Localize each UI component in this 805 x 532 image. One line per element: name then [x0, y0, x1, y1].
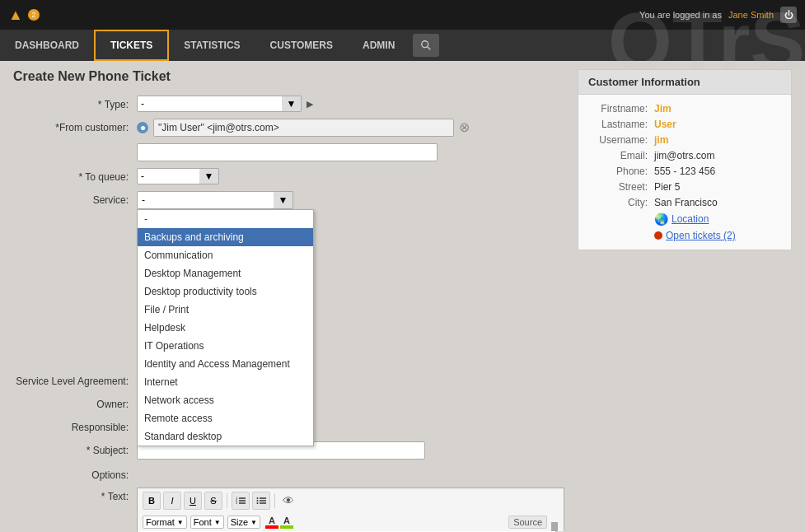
radio-inner — [141, 126, 145, 130]
location-link[interactable]: Location — [672, 213, 709, 225]
page-content: Create New Phone Ticket * Type: - ▼ ▶ *F… — [0, 61, 805, 532]
service-option-identity[interactable]: Identity and Access Management — [138, 355, 313, 373]
from-customer-row: *From customer: ⊗ — [13, 119, 564, 137]
text-label: * Text: — [13, 488, 137, 502]
service-option-file-print[interactable]: File / Print — [138, 301, 313, 319]
open-tickets-dot — [654, 231, 662, 240]
customer-info-header: Customer Information — [578, 70, 791, 95]
nav-admin[interactable]: ADMIN — [348, 30, 410, 61]
nav-tickets[interactable]: TICKETS — [94, 30, 169, 61]
font-arrow-icon: ▼ — [214, 519, 221, 526]
service-option-remote[interactable]: Remote access — [138, 409, 313, 427]
to-queue-select[interactable]: - — [137, 168, 219, 184]
open-tickets-link[interactable]: Open tickets (2) — [666, 230, 736, 241]
from-customer-input[interactable] — [137, 143, 438, 161]
customer-search-input[interactable] — [153, 119, 454, 137]
underline-button[interactable]: U — [184, 492, 202, 510]
source-button-wrapper: Source — [508, 516, 547, 529]
to-queue-label: * To queue: — [13, 168, 137, 183]
phone-label: Phone: — [588, 166, 654, 177]
subject-label: * Subject: — [13, 441, 137, 456]
service-option-communication[interactable]: Communication — [138, 246, 313, 264]
lastname-row: Lastname: User — [588, 119, 781, 130]
source-button[interactable]: Source — [508, 516, 547, 529]
page-title: Create New Phone Ticket — [13, 69, 564, 84]
remove-customer-button[interactable]: ⊗ — [459, 121, 470, 134]
service-option-it-operations[interactable]: IT Operations — [138, 337, 313, 355]
strikethrough-button[interactable]: S — [204, 492, 222, 510]
street-value: Pier 5 — [654, 181, 680, 193]
to-queue-row: * To queue: - ▼ — [13, 168, 564, 184]
svg-point-11 — [257, 497, 259, 499]
main-form: Create New Phone Ticket * Type: - ▼ ▶ *F… — [13, 69, 564, 532]
size-arrow-icon: ▼ — [250, 519, 257, 526]
options-row: Options: — [13, 466, 564, 481]
service-option-desktop-prod[interactable]: Desktop productivity tools — [138, 282, 313, 301]
email-label: Email: — [588, 150, 654, 161]
svg-point-12 — [257, 500, 259, 502]
to-queue-dropdown-wrapper: - ▼ — [137, 168, 219, 184]
service-option-desktop-mgmt[interactable]: Desktop Management — [138, 264, 313, 282]
highlight-color-button[interactable]: A — [280, 516, 293, 529]
lastname-value: User — [654, 119, 676, 130]
nav-statistics[interactable]: STATISTICS — [169, 30, 255, 61]
email-row: Email: jim@otrs.com — [588, 150, 781, 161]
city-row: City: San Francisco — [588, 197, 781, 208]
type-select[interactable]: - — [137, 96, 302, 112]
username-display: Jane Smith — [728, 10, 774, 20]
firstname-label: Firstname: — [588, 103, 654, 114]
logged-in-text: You are logged in as — [639, 10, 722, 20]
service-option-backups[interactable]: Backups and archiving — [138, 228, 313, 246]
unordered-list-button[interactable] — [252, 492, 270, 510]
topbar-user-area: You are logged in as Jane Smith ⏻ — [639, 7, 797, 23]
italic-button[interactable]: I — [163, 492, 181, 510]
format-select-wrapper[interactable]: Format ▼ — [143, 516, 187, 529]
svg-point-0 — [422, 41, 428, 48]
search-button[interactable] — [413, 34, 439, 57]
size-select-wrapper[interactable]: Size ▼ — [227, 516, 260, 529]
font-select-wrapper[interactable]: Font ▼ — [190, 516, 224, 529]
type-row: * Type: - ▼ ▶ — [13, 96, 564, 112]
logout-button[interactable]: ⏻ — [780, 7, 797, 23]
service-label: Service: — [13, 191, 137, 206]
service-input[interactable] — [137, 191, 293, 209]
notification-badge: 2 — [28, 9, 40, 21]
service-option-helpdesk[interactable]: Helpdesk — [138, 319, 313, 337]
navbar: DASHBOARD TICKETS STATISTICS CUSTOMERS A… — [0, 30, 805, 61]
binoculars-button[interactable]: 👁 — [279, 492, 297, 510]
customer-info-box: Customer Information Firstname: Jim Last… — [578, 69, 792, 250]
font-label: Font — [194, 517, 212, 527]
city-label: City: — [588, 197, 654, 208]
font-color-swatch — [265, 525, 278, 529]
service-dropdown-arrow[interactable]: ▼ — [274, 191, 293, 209]
city-value: San Francisco — [654, 197, 718, 208]
svg-point-13 — [257, 502, 259, 504]
topbar-logo-area: ▲ 2 — [8, 7, 40, 24]
service-option-blank[interactable]: - — [138, 210, 313, 228]
service-option-standard-desktop[interactable]: Standard desktop — [138, 427, 313, 446]
service-option-network[interactable]: Network access — [138, 391, 313, 409]
nav-customers[interactable]: CUSTOMERS — [255, 30, 348, 61]
phone-row: Phone: 555 - 123 456 — [588, 166, 781, 177]
toolbar-sep-2 — [274, 493, 275, 508]
ordered-list-button[interactable]: 1 2 3 — [232, 492, 250, 510]
highlight-color-swatch — [280, 525, 293, 529]
bold-button[interactable]: B — [143, 492, 161, 510]
customer-row: ⊗ — [137, 119, 470, 137]
service-option-internet[interactable]: Internet — [138, 373, 313, 391]
cursor-indicator: ▶ — [307, 96, 313, 110]
size-label: Size — [231, 517, 248, 527]
username-row: Username: jim — [588, 134, 781, 146]
from-customer-extra-row — [13, 143, 564, 161]
ol-icon: 1 2 3 — [236, 496, 246, 506]
username-value: jim — [654, 134, 668, 146]
format-label: Format — [146, 517, 175, 527]
color-controls: A A — [265, 516, 293, 529]
firstname-row: Firstname: Jim — [588, 103, 781, 114]
username-label: Username: — [588, 134, 654, 146]
globe-icon: 🌏 — [654, 212, 668, 226]
lastname-label: Lastname: — [588, 119, 654, 130]
customer-radio[interactable] — [137, 122, 148, 133]
nav-dashboard[interactable]: DASHBOARD — [0, 30, 94, 61]
font-color-button[interactable]: A — [265, 516, 278, 529]
